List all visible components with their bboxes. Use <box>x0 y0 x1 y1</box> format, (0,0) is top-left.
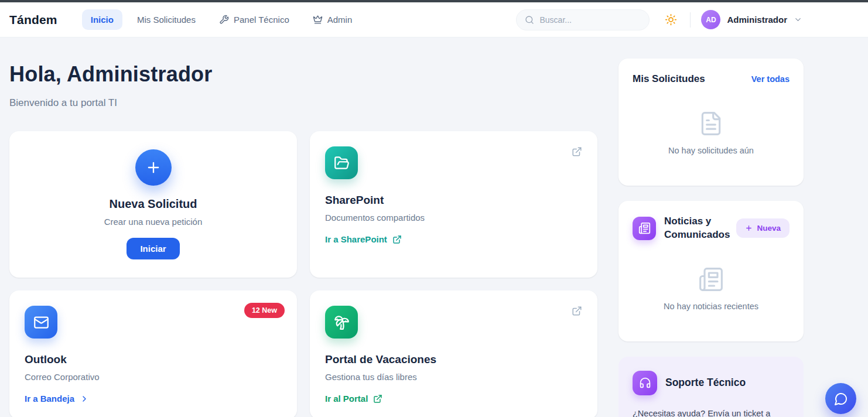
empty-text: No hay solicitudes aún <box>633 146 790 155</box>
file-text-icon <box>698 111 724 136</box>
nav-item-mis-solicitudes[interactable]: Mis Solicitudes <box>128 9 204 30</box>
cards-row-1: Nueva Solicitud Crear una nueva petición… <box>9 131 597 278</box>
theme-toggle-button[interactable] <box>665 13 677 26</box>
page-title: Hola, Administrador <box>9 62 597 87</box>
main-content: Hola, Administrador Bienvenido a tu port… <box>0 37 868 417</box>
search-icon <box>525 15 534 25</box>
plus-icon <box>745 224 753 232</box>
nav-item-admin[interactable]: Admin <box>304 9 361 30</box>
newspaper-icon <box>698 266 724 292</box>
iniciar-button[interactable]: Iniciar <box>127 238 179 259</box>
nav-item-panel-tecnico[interactable]: Panel Técnico <box>210 9 298 30</box>
navbar-divider <box>690 12 691 28</box>
button-label: Nueva <box>757 224 781 233</box>
card-title: Nueva Solicitud <box>109 197 197 211</box>
sidebar-card-solicitudes: Mis Solicitudes Ver todas No hay solicit… <box>618 59 804 186</box>
nav-item-label: Mis Solicitudes <box>137 15 196 25</box>
noticias-empty-state: No hay noticias recientes <box>633 242 790 327</box>
link-label: Ir a SharePoint <box>325 234 387 244</box>
search-box[interactable] <box>516 9 650 30</box>
user-menu[interactable]: AD Administrador <box>701 10 802 29</box>
headset-icon <box>633 371 657 395</box>
navbar: Tándem Inicio Mis Solicitudes Panel Técn… <box>0 2 868 37</box>
vacaciones-link[interactable]: Ir al Portal <box>325 394 382 404</box>
folder-open-icon <box>325 146 358 179</box>
outlook-link[interactable]: Ir a Bandeja <box>25 394 89 404</box>
chat-fab-button[interactable] <box>825 383 856 414</box>
external-link-icon <box>373 394 382 404</box>
card-subtitle: Gestiona tus días libres <box>325 372 582 382</box>
unread-badge: 12 New <box>244 303 285 318</box>
crown-icon <box>313 15 323 25</box>
card-subtitle: Correo Corporativo <box>25 372 282 382</box>
chevron-right-icon <box>80 394 89 404</box>
sidebar-card-noticias: Noticias y Comunicados Nueva No hay noti… <box>618 201 804 341</box>
nav-item-inicio[interactable]: Inicio <box>82 9 122 30</box>
external-link-icon[interactable] <box>572 306 582 316</box>
nav-item-label: Inicio <box>91 15 114 25</box>
card-outlook[interactable]: 12 New Outlook Correo Corporativo Ir a B… <box>9 290 297 417</box>
message-bubble-icon <box>834 392 848 406</box>
link-label: Ir a Bandeja <box>25 394 74 404</box>
card-subtitle: Documentos compartidos <box>325 213 582 223</box>
empty-text: No hay noticias recientes <box>633 302 790 311</box>
card-sharepoint[interactable]: SharePoint Documentos compartidos Ir a S… <box>310 131 597 278</box>
search-input[interactable] <box>539 15 641 25</box>
chevron-down-icon <box>794 15 802 24</box>
nueva-noticia-button[interactable]: Nueva <box>736 218 790 238</box>
sidebar: Mis Solicitudes Ver todas No hay solicit… <box>618 59 804 417</box>
page-subtitle: Bienvenido a tu portal TI <box>9 97 597 109</box>
user-name: Administrador <box>727 15 787 25</box>
card-title: Portal de Vacaciones <box>325 353 582 366</box>
sidebar-card-title: Soporte Técnico <box>665 376 746 390</box>
sidebar-card-title: Noticias y Comunicados <box>664 215 736 242</box>
brand-logo: Tándem <box>9 13 57 27</box>
card-nueva-solicitud[interactable]: Nueva Solicitud Crear una nueva petición… <box>9 131 297 278</box>
ver-todas-link[interactable]: Ver todas <box>751 74 790 84</box>
wrench-icon <box>219 15 229 25</box>
new-request-circle[interactable] <box>135 149 172 186</box>
card-title: SharePoint <box>325 194 582 207</box>
card-vacaciones[interactable]: Portal de Vacaciones Gestiona tus días l… <box>310 290 597 417</box>
content-column: Hola, Administrador Bienvenido a tu port… <box>9 59 597 417</box>
plus-icon <box>145 159 162 176</box>
sidebar-card-title: Mis Solicitudes <box>633 73 705 86</box>
nav-item-label: Admin <box>327 15 353 25</box>
nav-item-label: Panel Técnico <box>234 15 289 25</box>
palmtree-icon <box>325 306 358 339</box>
mail-icon <box>25 306 57 339</box>
solicitudes-empty-state: No hay solicitudes aún <box>633 86 790 172</box>
soporte-body-text: ¿Necesitas ayuda? Envía un ticket a nues… <box>633 407 790 417</box>
navbar-right: AD Administrador <box>516 9 802 30</box>
link-label: Ir al Portal <box>325 394 368 404</box>
card-title: Outlook <box>25 353 282 366</box>
card-subtitle: Crear una nueva petición <box>104 217 203 227</box>
cards-row-2: 12 New Outlook Correo Corporativo Ir a B… <box>9 290 597 417</box>
sun-icon <box>665 13 677 26</box>
external-link-icon[interactable] <box>572 146 582 157</box>
sidebar-card-soporte: Soporte Técnico ¿Necesitas ayuda? Envía … <box>618 357 804 417</box>
external-link-icon <box>392 235 402 244</box>
main-nav: Inicio Mis Solicitudes Panel Técnico Adm… <box>82 9 361 30</box>
avatar: AD <box>701 10 720 29</box>
sharepoint-link[interactable]: Ir a SharePoint <box>325 234 402 244</box>
newspaper-icon <box>633 217 656 240</box>
